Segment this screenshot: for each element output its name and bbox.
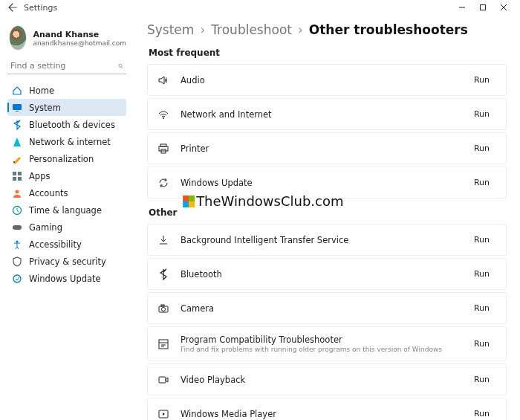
run-button[interactable]: Run bbox=[467, 140, 497, 156]
back-button[interactable] bbox=[6, 1, 19, 14]
system-icon bbox=[12, 103, 22, 113]
sidebar-item-apps[interactable]: Apps bbox=[7, 167, 126, 184]
svg-point-1 bbox=[119, 64, 122, 67]
card-title: Windows Media Player bbox=[181, 409, 467, 419]
breadcrumb-system[interactable]: System bbox=[147, 22, 194, 37]
svg-rect-16 bbox=[159, 146, 168, 151]
run-button[interactable]: Run bbox=[467, 406, 497, 420]
breadcrumb: System › Troubleshoot › Other troublesho… bbox=[147, 22, 507, 37]
troubleshooter-card: BluetoothRun bbox=[147, 258, 507, 290]
breadcrumb-troubleshoot[interactable]: Troubleshoot bbox=[211, 22, 292, 37]
sidebar-item-time-language[interactable]: Time & language bbox=[7, 201, 126, 219]
profile-name: Anand Khanse bbox=[33, 30, 126, 39]
sidebar-item-label: Personalization bbox=[29, 154, 94, 164]
avatar bbox=[9, 25, 27, 51]
card-title: Program Compatibility Troubleshooter bbox=[181, 335, 467, 345]
profile-block[interactable]: Anand Khanse anandkhanse@hotmail.com bbox=[7, 22, 126, 56]
sidebar-item-home[interactable]: Home bbox=[7, 82, 126, 99]
card-title: Printer bbox=[181, 143, 467, 154]
update-icon bbox=[12, 274, 22, 284]
sidebar-item-label: Privacy & security bbox=[29, 256, 106, 267]
svg-rect-7 bbox=[13, 177, 16, 181]
run-button[interactable]: Run bbox=[467, 336, 497, 352]
search-input[interactable] bbox=[10, 61, 118, 71]
accounts-icon bbox=[12, 188, 22, 198]
sidebar-item-label: Gaming bbox=[29, 222, 62, 233]
run-button[interactable]: Run bbox=[467, 266, 497, 282]
sidebar-item-accessibility[interactable]: Accessibility bbox=[7, 236, 126, 253]
sidebar-item-label: Accessibility bbox=[29, 239, 82, 250]
svg-point-14 bbox=[163, 117, 164, 119]
card-title: Bluetooth bbox=[181, 269, 467, 280]
accessibility-icon bbox=[12, 239, 22, 250]
card-title: Audio bbox=[181, 75, 467, 85]
wifi-icon bbox=[157, 108, 170, 121]
troubleshooter-card: CameraRun bbox=[147, 292, 507, 324]
window-title: Settings bbox=[24, 3, 57, 13]
video-icon bbox=[157, 373, 170, 387]
minimize-button[interactable] bbox=[452, 1, 472, 14]
sidebar-item-label: Windows Update bbox=[29, 274, 101, 284]
troubleshooter-card: Background Intelligent Transfer ServiceR… bbox=[147, 224, 507, 256]
sidebar-item-system[interactable]: System bbox=[7, 99, 126, 116]
troubleshooter-card: Windows Media PlayerRun bbox=[147, 398, 507, 420]
wmp-icon bbox=[157, 407, 170, 421]
svg-point-9 bbox=[16, 190, 19, 193]
run-button[interactable]: Run bbox=[467, 72, 497, 88]
main-content: System › Troubleshoot › Other troublesho… bbox=[134, 15, 520, 420]
sidebar-item-accounts[interactable]: Accounts bbox=[7, 184, 126, 201]
close-icon bbox=[500, 4, 507, 11]
bluetooth-icon bbox=[12, 120, 22, 130]
svg-rect-4 bbox=[13, 161, 15, 163]
troubleshooter-card: Network and InternetRun bbox=[147, 98, 507, 130]
search-icon bbox=[118, 62, 123, 71]
run-button[interactable]: Run bbox=[467, 232, 497, 248]
troubleshooter-card: Windows UpdateRun bbox=[147, 167, 507, 198]
sidebar-item-label: Network & internet bbox=[29, 137, 111, 147]
card-title: Network and Internet bbox=[181, 109, 467, 120]
svg-rect-21 bbox=[159, 340, 168, 349]
gaming-icon bbox=[12, 222, 22, 233]
run-button[interactable]: Run bbox=[467, 106, 497, 122]
sync-icon bbox=[157, 176, 170, 190]
troubleshooter-card: Video PlaybackRun bbox=[147, 364, 507, 395]
sidebar-item-gaming[interactable]: Gaming bbox=[7, 219, 126, 236]
sidebar-item-label: Time & language bbox=[29, 205, 102, 216]
titlebar: Settings bbox=[0, 0, 520, 15]
run-button[interactable]: Run bbox=[467, 300, 497, 316]
camera-icon bbox=[157, 302, 170, 315]
minimize-icon bbox=[458, 4, 466, 11]
svg-point-13 bbox=[13, 275, 21, 282]
home-icon bbox=[12, 85, 22, 96]
compat-icon bbox=[157, 337, 170, 351]
section-header-most-frequent: Most frequent bbox=[149, 48, 507, 58]
card-title: Camera bbox=[181, 303, 467, 314]
bt-icon bbox=[157, 268, 170, 281]
sidebar-item-windows-update[interactable]: Windows Update bbox=[7, 270, 126, 287]
sidebar-item-personalization[interactable]: Personalization bbox=[7, 150, 126, 167]
run-button[interactable]: Run bbox=[467, 372, 497, 387]
search-box[interactable] bbox=[7, 58, 126, 74]
sidebar-item-label: System bbox=[29, 103, 61, 113]
maximize-button[interactable] bbox=[472, 1, 493, 14]
svg-rect-2 bbox=[13, 104, 22, 110]
time-icon bbox=[12, 205, 22, 216]
svg-rect-3 bbox=[16, 111, 19, 112]
breadcrumb-sep: › bbox=[200, 22, 205, 37]
maximize-icon bbox=[479, 4, 487, 11]
svg-rect-5 bbox=[13, 172, 16, 175]
sidebar-item-label: Home bbox=[29, 85, 54, 96]
svg-rect-8 bbox=[18, 177, 22, 181]
privacy-icon bbox=[12, 256, 22, 267]
sidebar-item-bluetooth-devices[interactable]: Bluetooth & devices bbox=[7, 116, 126, 133]
sidebar: Anand Khanse anandkhanse@hotmail.com Hom… bbox=[0, 15, 134, 420]
close-button[interactable] bbox=[493, 1, 514, 14]
sidebar-item-network-internet[interactable]: Network & internet bbox=[7, 133, 126, 150]
network-icon bbox=[12, 137, 22, 147]
sidebar-item-label: Accounts bbox=[29, 188, 68, 198]
sidebar-item-privacy-security[interactable]: Privacy & security bbox=[7, 253, 126, 270]
troubleshooter-card: PrinterRun bbox=[147, 132, 507, 164]
apps-icon bbox=[12, 171, 22, 181]
card-title: Video Playback bbox=[181, 375, 467, 385]
run-button[interactable]: Run bbox=[467, 175, 497, 190]
